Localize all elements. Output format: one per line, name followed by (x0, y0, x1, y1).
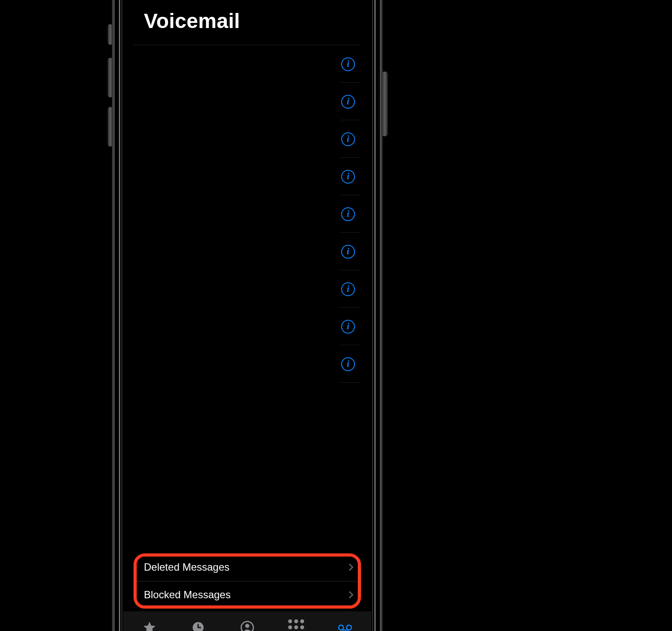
info-icon[interactable]: i (341, 95, 355, 109)
volume-down-button[interactable] (108, 107, 113, 147)
page-title: Voicemail (144, 9, 351, 33)
tab-favorites[interactable]: Favorites (125, 620, 174, 631)
star-icon (142, 620, 157, 631)
mute-switch[interactable] (108, 24, 113, 45)
voicemail-row[interactable]: i (134, 120, 361, 158)
svg-point-2 (245, 624, 249, 628)
voicemail-row[interactable]: i (134, 83, 361, 120)
stage: Voicemail i i i i i i i i i Deleted Mess… (0, 0, 672, 631)
voicemail-row[interactable]: i (134, 270, 361, 308)
header: Voicemail (144, 9, 351, 33)
voicemail-row[interactable]: i (134, 45, 361, 83)
person-icon (240, 620, 255, 631)
svg-point-3 (339, 625, 343, 630)
volume-up-button[interactable] (108, 58, 113, 97)
screen: Voicemail i i i i i i i i i Deleted Mess… (123, 0, 371, 631)
info-icon[interactable]: i (341, 245, 355, 259)
tab-bar: Favorites Recents Contacts (123, 611, 371, 631)
tab-keypad[interactable]: Keypad (272, 620, 321, 631)
info-icon[interactable]: i (341, 57, 355, 71)
voicemail-row[interactable]: i (134, 233, 361, 270)
voicemail-row[interactable]: i (134, 308, 361, 345)
tab-recents[interactable]: Recents (174, 620, 223, 631)
info-icon[interactable]: i (341, 170, 355, 184)
svg-point-4 (347, 625, 352, 630)
power-button[interactable] (382, 72, 388, 136)
phone-frame: Voicemail i i i i i i i i i Deleted Mess… (112, 0, 383, 631)
voicemail-row[interactable]: i (134, 345, 361, 383)
voicemail-icon (338, 620, 352, 631)
annotation-highlight (134, 553, 361, 609)
voicemail-row[interactable]: i (134, 195, 361, 233)
info-icon[interactable]: i (341, 207, 355, 221)
voicemail-list[interactable]: i i i i i i i i i (134, 45, 361, 383)
clock-icon (191, 620, 205, 631)
tab-voicemail[interactable]: Voicemail (320, 620, 370, 631)
keypad-icon (289, 620, 304, 631)
info-icon[interactable]: i (341, 320, 355, 334)
info-icon[interactable]: i (341, 132, 355, 146)
info-icon[interactable]: i (341, 282, 355, 296)
info-icon[interactable]: i (341, 357, 355, 371)
voicemail-row[interactable]: i (134, 158, 361, 195)
tab-contacts[interactable]: Contacts (223, 620, 272, 631)
